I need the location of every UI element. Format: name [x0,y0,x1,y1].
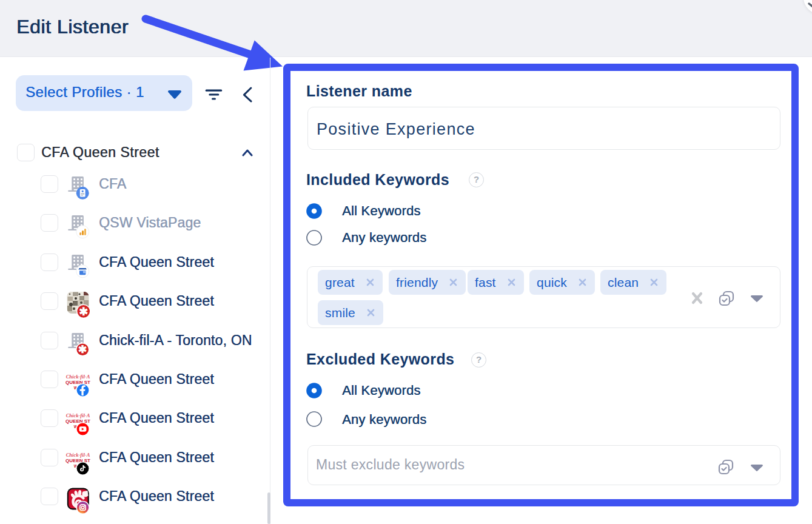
svg-text:✱: ✱ [79,306,88,318]
